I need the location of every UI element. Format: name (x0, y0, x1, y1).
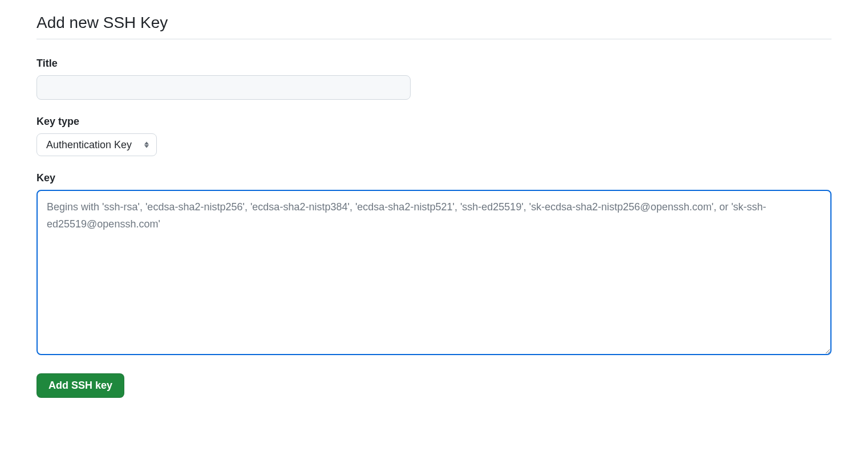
title-input[interactable] (36, 75, 411, 100)
page-title: Add new SSH Key (36, 14, 832, 39)
key-type-field-group: Key type Authentication Key (36, 116, 832, 156)
key-textarea[interactable] (36, 190, 832, 355)
key-type-select-wrapper: Authentication Key (36, 133, 157, 156)
key-field-group: Key (36, 172, 832, 357)
add-ssh-key-button[interactable]: Add SSH key (36, 373, 124, 398)
key-type-select[interactable]: Authentication Key (36, 133, 157, 156)
ssh-key-form: Title Key type Authentication Key Key Ad… (36, 58, 832, 398)
key-type-label: Key type (36, 116, 832, 128)
title-label: Title (36, 58, 832, 70)
title-field-group: Title (36, 58, 832, 100)
key-label: Key (36, 172, 832, 184)
